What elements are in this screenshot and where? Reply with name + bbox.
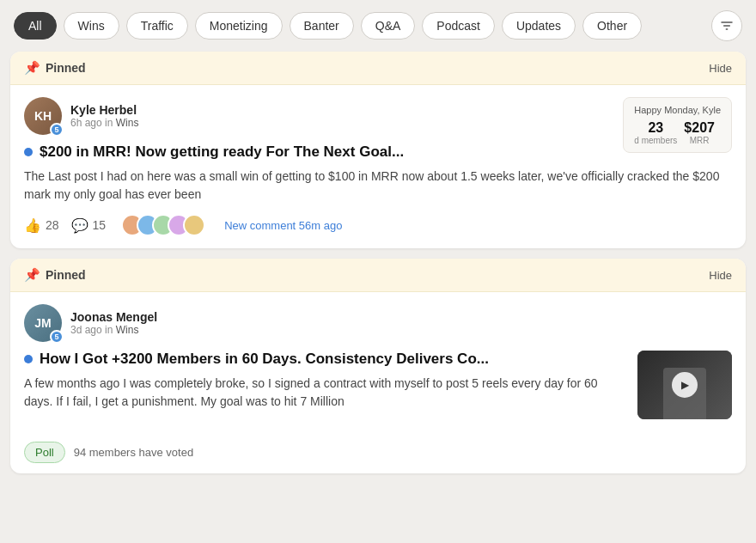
stat-value-mrr: $207 [684,120,715,136]
filter-pill-qa[interactable]: Q&A [361,12,416,40]
like-count-1: 28 [46,218,59,232]
post-title-2[interactable]: How I Got +3200 Members in 60 Days. Cons… [24,351,627,368]
commenters-1 [121,214,205,236]
new-comment-link-1[interactable]: New comment 56m ago [224,219,342,232]
time-ago-1: 6h ago [70,117,102,129]
commenter-av-5 [183,214,205,236]
pinned-text-1: Pinned [46,61,86,75]
avatar-initials-1: KH [34,109,52,123]
card-body-1: Happy Monday, Kyle 23 d members $207 MRR… [10,85,746,248]
time-ago-2: 3d ago [70,324,102,336]
filter-icon-button[interactable] [711,10,742,41]
post-content-2: How I Got +3200 Members in 60 Days. Cons… [24,351,732,421]
like-icon-1: 👍 [24,217,41,234]
hide-button-1[interactable]: Hide [709,62,732,75]
filter-pill-podcast[interactable]: Podcast [422,12,495,40]
card-body-2: JM 5 Joonas Mengel 3d ago in Wins [10,292,746,433]
filter-pill-monetizing[interactable]: Monetizing [195,12,283,40]
comment-icon-1: 💬 [71,217,88,234]
author-meta-1: 6h ago in Wins [70,117,138,129]
actions-row-1: 👍 28 💬 15 New comment 56m ago [24,214,732,236]
comment-count-1: 15 [93,218,107,232]
filter-pill-updates[interactable]: Updates [502,12,576,40]
post-text-area-2: How I Got +3200 Members in 60 Days. Cons… [24,351,627,421]
level-badge-2: 5 [50,330,64,344]
post-card-2: 📌 Pinned Hide JM 5 Joonas Mengel 3d ago … [10,259,746,473]
like-button-1[interactable]: 👍 28 [24,217,59,234]
filter-pill-all[interactable]: All [14,12,57,40]
filter-pill-traffic[interactable]: Traffic [126,12,188,40]
filter-pill-other[interactable]: Other [582,12,642,40]
widget-stat-members: 23 d members [634,120,677,145]
post-thumbnail-2[interactable]: ▶ [637,351,732,419]
post-excerpt-1: The Last post I had on here was a small … [24,168,732,204]
pin-icon-2: 📌 [24,267,40,283]
author-info-1: Kyle Herbel 6h ago in Wins [70,103,138,129]
cards-container: 📌 Pinned Hide Happy Monday, Kyle 23 d me… [0,52,756,487]
post-title-text-1: $200 in MRR! Now getting ready For The N… [40,143,404,161]
pin-icon-1: 📌 [24,60,40,76]
post-card-1: 📌 Pinned Hide Happy Monday, Kyle 23 d me… [10,52,746,248]
widget-stats: 23 d members $207 MRR [634,120,721,145]
pinned-label-1: 📌 Pinned [24,60,86,76]
author-name-1: Kyle Herbel [70,103,138,117]
avatar-wrap-1: KH 5 [24,97,62,135]
unread-dot-1 [24,148,33,156]
poll-button-2[interactable]: Poll [24,442,65,463]
post-excerpt-2: A few months ago I was completely broke,… [24,375,627,411]
members-voted-2: 94 members have voted [74,446,193,459]
stat-label-members: d members [634,136,677,145]
author-info-2: Joonas Mengel 3d ago in Wins [70,310,157,336]
author-name-2: Joonas Mengel [70,310,157,324]
comment-button-1[interactable]: 💬 15 [71,217,107,234]
author-row-2: JM 5 Joonas Mengel 3d ago in Wins [24,304,732,342]
filter-pill-banter[interactable]: Banter [290,12,354,40]
category-2: Wins [116,324,139,336]
category-1: Wins [116,117,139,129]
pinned-label-2: 📌 Pinned [24,267,86,283]
stat-label-mrr: MRR [690,136,710,145]
pinned-header-2: 📌 Pinned Hide [10,259,746,292]
stat-value-members: 23 [648,120,663,136]
play-button-2[interactable]: ▶ [672,372,698,398]
author-meta-2: 3d ago in Wins [70,324,157,336]
pinned-text-2: Pinned [46,268,86,282]
widget-stat-mrr: $207 MRR [684,120,715,145]
sidebar-widget: Happy Monday, Kyle 23 d members $207 MRR [623,97,732,153]
widget-greeting: Happy Monday, Kyle [634,105,721,115]
level-badge-1: 5 [50,123,64,137]
avatar-initials-2: JM [34,316,51,330]
hide-button-2[interactable]: Hide [709,269,732,282]
avatar-wrap-2: JM 5 [24,304,62,342]
pinned-header-1: 📌 Pinned Hide [10,52,746,85]
filter-bar: AllWinsTrafficMonetizingBanterQ&APodcast… [0,0,756,52]
card-footer-2: Poll 94 members have voted [10,433,746,473]
unread-dot-2 [24,355,33,363]
post-title-text-2: How I Got +3200 Members in 60 Days. Cons… [40,351,489,368]
filter-pill-wins[interactable]: Wins [64,12,119,40]
